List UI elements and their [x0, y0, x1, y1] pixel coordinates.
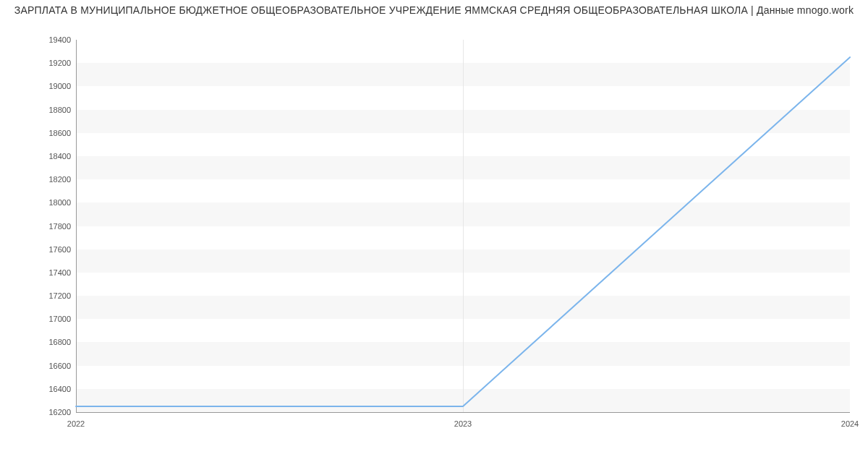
x-tick-label: 2023: [454, 419, 472, 428]
y-tick-label: 19200: [35, 59, 71, 67]
y-tick-label: 17800: [35, 222, 71, 231]
y-tick-label: 17200: [35, 291, 71, 300]
y-tick-label: 18000: [35, 198, 71, 207]
chart-title: ЗАРПЛАТА В МУНИЦИПАЛЬНОЕ БЮДЖЕТНОЕ ОБЩЕО…: [0, 0, 868, 16]
y-tick-label: 18200: [35, 175, 71, 184]
y-tick-label: 18800: [35, 106, 71, 114]
y-tick-label: 18600: [35, 129, 71, 137]
plot-area: [76, 40, 850, 413]
y-tick-label: 19000: [35, 82, 71, 90]
y-tick-label: 16800: [35, 338, 71, 346]
y-tick-label: 16400: [35, 385, 71, 393]
x-tick-label: 2022: [67, 419, 85, 428]
y-tick-label: 16200: [35, 408, 71, 416]
salary-line-chart: ЗАРПЛАТА В МУНИЦИПАЛЬНОЕ БЮДЖЕТНОЕ ОБЩЕО…: [0, 0, 868, 470]
x-tick-label: 2024: [841, 419, 859, 428]
y-tick-label: 19400: [35, 35, 71, 44]
y-tick-label: 17600: [35, 245, 71, 254]
y-tick-label: 17000: [35, 315, 71, 323]
y-tick-label: 16600: [35, 362, 71, 370]
y-tick-label: 18400: [35, 152, 71, 161]
y-tick-label: 17400: [35, 268, 71, 277]
series-line: [76, 40, 850, 412]
